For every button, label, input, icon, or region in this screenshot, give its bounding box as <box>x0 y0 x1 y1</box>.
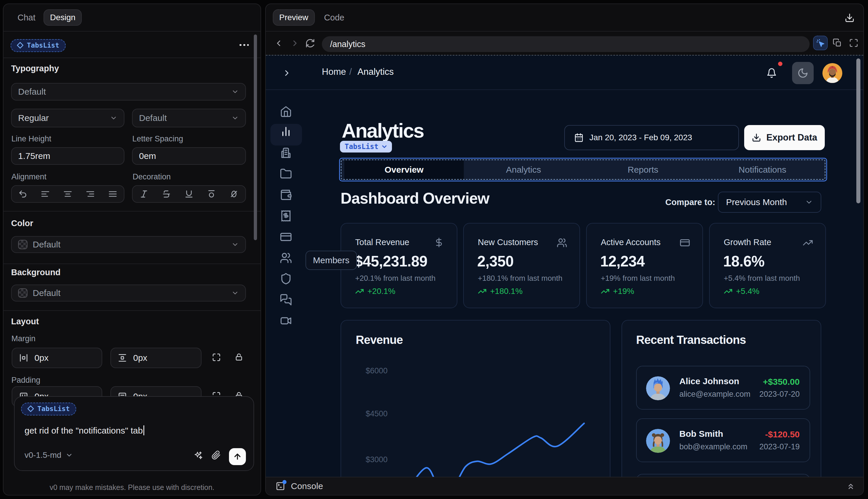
preview-viewport: Home / Analytics Members Analytics <box>266 55 863 478</box>
margin-lock-button[interactable] <box>234 352 244 362</box>
chevron-right-icon <box>282 68 292 78</box>
copy-url-button[interactable] <box>830 36 845 50</box>
compare-period-select[interactable]: Previous Month <box>718 192 821 213</box>
forward-button[interactable] <box>288 39 302 48</box>
stat-title: Growth Rate <box>724 238 771 247</box>
trending-up-icon <box>724 287 732 296</box>
chevron-down-icon <box>231 88 239 96</box>
prompt-input[interactable]: get rid of the "notifications" tab <box>25 425 144 436</box>
font-size-select[interactable]: Default <box>132 109 246 127</box>
tab-code[interactable]: Code <box>318 9 350 26</box>
no-decoration-icon[interactable] <box>229 189 239 199</box>
sidebar-home-icon[interactable] <box>280 105 292 118</box>
trending-up-icon <box>355 287 364 296</box>
chevron-down-icon <box>231 114 239 122</box>
send-button[interactable] <box>229 448 246 465</box>
color-select[interactable]: Default <box>11 236 246 253</box>
strikethrough-icon[interactable] <box>162 189 171 199</box>
transaction-row[interactable]: Alice Johnson alice@example.com +$350.00… <box>636 366 810 410</box>
sidebar-toggle[interactable] <box>282 68 292 78</box>
design-panel: Chat Design TabsList Typography Default … <box>3 3 261 496</box>
credit-card-icon <box>680 238 690 247</box>
date-range-picker[interactable]: Jan 20, 2023 - Feb 09, 2023 <box>564 125 739 150</box>
chevron-down-icon <box>231 241 239 248</box>
stat-value: $45,231.89 <box>355 253 427 270</box>
align-justify-icon[interactable] <box>108 189 117 199</box>
sidebar-security-icon[interactable] <box>280 272 292 285</box>
transaction-row[interactable]: Bob Smith bob@example.com -$120.50 2023-… <box>636 418 810 462</box>
notifications-bell[interactable] <box>766 68 777 78</box>
model-select[interactable]: v0-1.5-md <box>25 450 73 460</box>
letter-spacing-input[interactable]: 0em <box>132 147 246 165</box>
inspect-mode-button[interactable] <box>813 36 828 50</box>
margin-expand-button[interactable] <box>211 352 221 362</box>
tab-preview[interactable]: Preview <box>273 9 315 26</box>
preview-scrollbar[interactable] <box>856 58 860 203</box>
sidebar-organization-icon[interactable] <box>280 147 292 159</box>
layout-section-label: Layout <box>11 317 39 326</box>
composer-component-chip[interactable]: TabsList <box>21 403 76 415</box>
enhance-prompt-button[interactable] <box>193 450 203 460</box>
users-icon <box>557 238 567 247</box>
sidebar-video-icon[interactable] <box>280 315 292 327</box>
diamond-icon <box>27 405 35 413</box>
selection-label-chip[interactable]: TabsList <box>340 141 392 153</box>
tab-design[interactable]: Design <box>44 9 82 26</box>
transaction-email: bob@example.com <box>679 442 747 451</box>
arrow-up-icon <box>233 452 242 461</box>
font-family-select[interactable]: Default <box>11 83 246 100</box>
left-panel-scrollbar[interactable] <box>254 35 257 240</box>
overline-icon[interactable] <box>207 189 216 199</box>
attach-file-button[interactable] <box>211 450 221 460</box>
stat-subtext: +5.4% from last month <box>724 274 800 283</box>
sidebar-projects-icon[interactable] <box>280 168 292 180</box>
sidebar-messages-icon[interactable] <box>280 294 292 306</box>
italic-icon[interactable] <box>139 189 149 199</box>
disclaimer-text: v0 may make mistakes. Please use with di… <box>3 483 261 492</box>
tab-chat[interactable]: Chat <box>12 9 41 26</box>
sidebar-billing-icon[interactable] <box>280 210 292 222</box>
more-options-button[interactable] <box>239 40 251 50</box>
fullscreen-button[interactable] <box>846 36 861 50</box>
sidebar-members-icon[interactable] <box>280 252 292 264</box>
underline-icon[interactable] <box>184 189 194 199</box>
sidebar-analytics-icon[interactable] <box>280 125 292 138</box>
color-section-label: Color <box>11 219 33 228</box>
line-height-input[interactable]: 1.75rem <box>11 147 124 165</box>
back-button[interactable] <box>272 39 286 48</box>
avatar <box>646 376 670 400</box>
prompt-composer[interactable]: TabsList get rid of the "notifications" … <box>14 396 254 471</box>
preview-header: Preview Code <box>266 4 863 32</box>
breadcrumb-current[interactable]: Analytics <box>358 66 394 77</box>
download-button[interactable] <box>845 13 855 23</box>
letter-spacing-label: Letter Spacing <box>132 134 183 144</box>
margin-x-input[interactable]: 0px <box>12 348 102 368</box>
stat-value: 12,234 <box>600 253 645 270</box>
stat-title: Active Accounts <box>601 238 661 247</box>
stat-title: New Customers <box>478 238 538 247</box>
stat-subtext: +20.1% from last month <box>355 274 435 283</box>
console-expand-button[interactable] <box>846 482 855 491</box>
user-avatar[interactable] <box>822 63 842 83</box>
margin-y-input[interactable]: 0px <box>110 348 201 368</box>
align-left-icon[interactable] <box>41 189 50 199</box>
transaction-name: Alice Johnson <box>679 376 739 386</box>
sidebar-wallet-icon[interactable] <box>280 189 292 201</box>
theme-toggle[interactable] <box>792 62 814 84</box>
console-bar[interactable]: Console <box>266 477 863 495</box>
align-center-icon[interactable] <box>63 189 72 199</box>
background-select[interactable]: Default <box>11 284 246 302</box>
avatar <box>646 429 670 453</box>
export-data-button[interactable]: Export Data <box>744 125 825 150</box>
breadcrumb-home[interactable]: Home <box>322 66 346 77</box>
url-bar[interactable]: /analytics <box>322 36 809 52</box>
font-weight-select[interactable]: Regular <box>11 109 124 127</box>
undo-icon[interactable] <box>18 189 27 199</box>
transaction-email: alice@example.com <box>679 390 751 399</box>
selected-component-chip[interactable]: TabsList <box>11 39 66 52</box>
sidebar-cards-icon[interactable] <box>280 231 292 243</box>
align-right-icon[interactable] <box>86 189 95 199</box>
color-swatch <box>18 240 27 249</box>
download-icon <box>845 13 855 23</box>
refresh-button[interactable] <box>303 38 317 48</box>
